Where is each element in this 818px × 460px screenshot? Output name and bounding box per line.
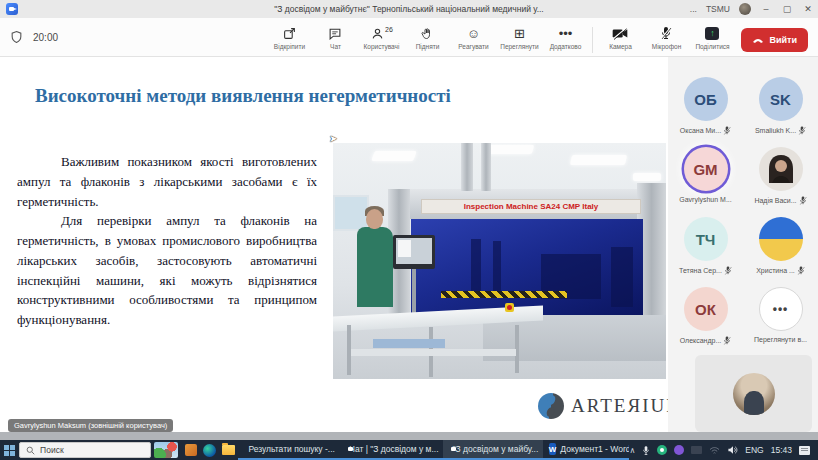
view-button[interactable]: ⊞ Переглянути [496,22,542,50]
room-window [333,195,369,231]
participant-tile[interactable]: ТЧ Тетяна Сер... [670,217,742,275]
unpin-button[interactable]: Відкріпити [266,22,312,50]
share-button[interactable]: ↑ Поділитися [689,22,735,50]
mic-muted-icon [799,196,807,205]
slide-paragraph: Для перевірки ампул та флаконів на герме… [17,211,317,330]
participant-flag-avatar [759,217,803,261]
start-button[interactable] [0,445,19,456]
edge-icon [203,444,216,457]
participant-tile[interactable]: Надія Васи... [745,147,817,205]
mic-muted-icon [723,336,731,345]
chat-button[interactable]: Чат [312,22,358,50]
mouse-cursor: ➤ [329,133,337,144]
search-placeholder: Поиск [40,445,64,455]
machine-label: Inspection Machine SA24 CMP Italy [421,199,641,214]
zoom-chat-taskbar-button[interactable]: Чат | "З досвідом у м... [339,440,442,460]
participant-avatar: ОК [684,287,728,331]
participants-sidebar: ОБ Оксана Ми... SK Smaliukh K... GM Gavr… [668,57,818,432]
more-button[interactable]: ••• Додатково [542,22,588,50]
word-icon: W [549,443,557,455]
view-more-participants[interactable]: ••• Переглянути в... [745,287,817,345]
network-icon[interactable] [709,446,720,455]
system-tray: ∧ ENG 15:43 [629,445,818,456]
participants-button[interactable]: 26 Користувачі [358,22,404,50]
machine-blue-window [411,219,643,315]
notification-center-icon[interactable] [799,446,810,455]
mic-off-icon [660,26,672,41]
windows-taskbar: Поиск Результати пошуку -... Чат | "З до… [0,440,818,460]
mic-muted-icon [724,266,732,275]
taskbar-app-icon[interactable] [181,444,200,456]
maximize-button[interactable]: ▢ [781,4,793,14]
meeting-timer: 20:00 [33,32,58,43]
mic-muted-icon [723,126,731,135]
participant-tile-speaking[interactable]: GM Gavrylyshun M... [670,147,742,205]
slide-photo-inspection-machine: Inspection Machine SA24 CMP Italy [333,143,666,379]
slide-body-text: Важливим показником якості виготовлених … [17,152,317,330]
tray-purple-app-icon[interactable] [674,445,684,455]
emergency-stop-button [505,303,514,312]
self-view-tile[interactable] [695,355,812,432]
app-icon [185,444,197,456]
slide-title: Високоточні методи виявлення негерметичн… [35,85,451,107]
tray-expand-chevron[interactable]: ∧ [629,446,635,455]
participant-avatar: ОБ [684,77,728,121]
arterium-logo: ARTEЯIUM [538,393,685,419]
toolbar-divider [592,27,593,53]
language-indicator[interactable]: ENG [745,445,763,455]
participant-avatar-speaking: GM [684,147,728,191]
mic-muted-icon [797,266,805,275]
raise-hand-icon [421,26,433,41]
self-view-avatar [733,373,775,415]
presenter-name-badge: Gavrylyshun Maksum (зовнішній користувач… [8,419,173,432]
slide-paragraph: Важливим показником якості виготовлених … [17,152,317,211]
edge-button[interactable] [200,444,219,457]
file-explorer-button[interactable] [219,445,238,455]
smiley-icon: ☺ [467,26,480,41]
camera-button[interactable]: Камера [597,22,643,50]
participant-avatar: ТЧ [684,217,728,261]
participant-tile[interactable]: Христина ... [745,217,817,275]
account-avatar[interactable] [739,3,751,15]
participant-tile[interactable]: SK Smaliukh K... [745,77,817,135]
close-button[interactable]: ✕ [802,4,814,14]
account-name[interactable]: TSMU [706,4,730,14]
window-titlebar: "З досвідом у майбутнє" Тернопільський н… [0,0,818,18]
mic-button[interactable]: Мікрофон [643,22,689,50]
operator-person [357,227,393,307]
widgets-weather-icon[interactable] [154,442,178,458]
zoom-meeting-taskbar-button[interactable]: "З досвідом у майбу... [443,440,543,460]
camera-off-icon [612,26,628,41]
volume-icon[interactable] [727,445,738,455]
word-taskbar-button[interactable]: W Документ1 - Word [543,440,630,460]
windows-logo-icon [4,445,15,456]
react-button[interactable]: ☺ Реагувати [450,22,496,50]
tray-camera-icon[interactable] [691,446,702,454]
raise-hand-button[interactable]: Підняти [404,22,450,50]
tray-mic-icon[interactable] [642,445,650,456]
view-more-icon: ••• [759,287,803,331]
tray-green-app-icon[interactable] [657,445,667,455]
clock[interactable]: 15:43 [771,445,792,455]
share-screen-icon: ↑ [705,27,719,40]
search-icon [26,446,35,455]
content-bottom-strip [0,432,818,440]
leave-button[interactable]: Вийти [741,28,808,52]
zoom-meeting-window: "З досвідом у майбутнє" Тернопільський н… [0,0,818,460]
taskbar-search[interactable]: Поиск [19,442,151,458]
mic-muted-icon [798,126,806,135]
participant-photo-avatar [759,147,803,191]
folder-icon [222,445,235,455]
ellipsis-icon: ••• [559,26,573,41]
participant-tile[interactable]: ОБ Оксана Ми... [670,77,742,135]
phone-icon [752,37,764,43]
participant-avatar: SK [759,77,803,121]
chat-icon [328,26,342,41]
participants-icon: 26 [371,26,392,41]
hazard-stripe [441,291,567,298]
arterium-logo-icon [538,393,564,419]
participant-tile[interactable]: ОК Олександр... [670,287,742,345]
minimize-button[interactable]: – [760,4,772,14]
window-more-menu[interactable]: ... [690,4,697,14]
firefox-taskbar-button[interactable]: Результати пошуку -... [238,440,339,460]
